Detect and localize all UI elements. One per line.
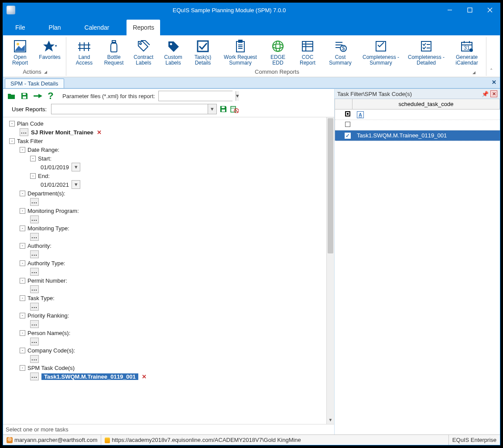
picker-button[interactable]: ... <box>30 268 39 276</box>
document-tab[interactable]: SPM - Task Details <box>5 79 64 88</box>
open-folder-icon[interactable] <box>7 91 16 101</box>
delete-report-icon[interactable] <box>230 105 239 113</box>
run-arrow-icon[interactable] <box>33 91 42 101</box>
minimize-button[interactable] <box>440 3 460 17</box>
scroll-down-icon[interactable]: ▼ <box>327 416 334 424</box>
custom-labels-button[interactable]: Custom Labels <box>161 38 186 67</box>
expander-icon[interactable]: - <box>30 173 36 179</box>
expander-icon[interactable]: - <box>20 348 25 353</box>
expander-icon[interactable]: - <box>20 243 25 249</box>
grid-filter-row[interactable]: A <box>335 109 500 120</box>
picker-button[interactable]: ... <box>30 233 39 241</box>
ribbon: Open Report ▾ Favorites Actions◢ Land Ac… <box>3 35 500 77</box>
svg-point-5 <box>17 43 19 45</box>
ribbon-collapse-button[interactable]: ˄ <box>490 68 496 76</box>
help-icon[interactable]: ? <box>46 91 55 101</box>
bottle-request-button[interactable]: Bottle Request <box>101 38 127 67</box>
parameter-file-input[interactable] <box>159 91 236 101</box>
row-checkbox-checked[interactable]: ✓ <box>345 133 351 139</box>
menu-reports[interactable]: Reports <box>127 20 160 35</box>
save-report-icon[interactable] <box>219 105 227 113</box>
user-reports-combo[interactable]: ▾ <box>51 104 217 114</box>
tasks-details-button[interactable]: Task(s) Details <box>190 38 216 67</box>
picker-button[interactable]: ... <box>20 128 28 136</box>
user-reports-input[interactable] <box>51 104 208 114</box>
svg-rect-1 <box>468 8 472 12</box>
dropdown-icon[interactable]: ▾ <box>208 104 216 114</box>
coc-report-button[interactable]: COC Report <box>295 38 320 67</box>
svg-rect-43 <box>23 96 26 99</box>
open-report-button[interactable]: Open Report <box>7 38 33 67</box>
row-checkbox[interactable] <box>345 122 350 127</box>
parameter-file-combo[interactable]: ▾ <box>158 91 233 101</box>
tree-scrollbar[interactable]: ▼ <box>326 117 334 424</box>
expander-icon[interactable]: - <box>20 313 25 318</box>
picker-button[interactable]: ... <box>30 355 39 363</box>
panel-close-button[interactable]: ✕ <box>490 90 497 97</box>
work-request-summary-button[interactable]: Work Request Summary <box>220 38 261 67</box>
spm-task-value[interactable]: Task1.SWQM.M.Trainee_0119_001 <box>41 373 138 380</box>
status-bar: maryann.parcher@earthsoft.com https://ac… <box>3 434 500 445</box>
grid-column-scheduled-task-code[interactable]: scheduled_task_code <box>352 99 500 109</box>
maximize-button[interactable] <box>460 3 480 17</box>
tags-icon <box>136 39 151 54</box>
grid-row-selected[interactable]: ✓ Task1.SWQM.M.Trainee_0119_001 <box>335 130 500 141</box>
expander-icon[interactable]: - <box>20 365 25 371</box>
clear-value-button[interactable]: ✕ <box>97 129 102 136</box>
expander-icon[interactable]: - <box>20 278 25 284</box>
checklist-icon <box>373 39 388 54</box>
completeness-detailed-button[interactable]: Completeness - Detailed <box>406 38 447 67</box>
workarea: ? Parameter files (*.xml) for this repor… <box>3 89 500 434</box>
app-window: EQuIS Sample Planning Module (SPM) 7.0.0… <box>3 3 500 445</box>
svg-text:$: $ <box>342 45 345 51</box>
expander-icon[interactable]: - <box>20 208 25 214</box>
expander-icon[interactable]: - <box>30 156 36 161</box>
end-date-value[interactable]: 01/01/2021 <box>41 181 69 188</box>
picker-button[interactable]: ... <box>30 285 39 293</box>
save-icon[interactable] <box>20 91 29 101</box>
edge-edd-button[interactable]: EDGE EDD <box>265 38 291 67</box>
expander-icon[interactable]: - <box>20 191 25 196</box>
date-dropdown-button[interactable]: ▾ <box>72 163 80 171</box>
expander-icon[interactable]: - <box>9 138 15 144</box>
checkbox-icon <box>195 39 210 54</box>
cost-summary-button[interactable]: $Cost Summary <box>325 38 356 67</box>
contract-labels-button[interactable]: Contract Labels <box>131 38 156 67</box>
completeness-summary-button[interactable]: Completeness - Summary <box>360 38 401 67</box>
svg-marker-46 <box>38 94 42 98</box>
picker-button[interactable]: ... <box>30 338 39 345</box>
menu-plan[interactable]: Plan <box>43 20 67 35</box>
clear-value-button[interactable]: ✕ <box>142 373 147 380</box>
filter-text-icon[interactable]: A <box>357 111 364 118</box>
picker-button[interactable]: ... <box>30 303 39 311</box>
picker-button[interactable]: ... <box>30 373 39 380</box>
group-launcher-icon[interactable]: ◢ <box>44 70 47 74</box>
expander-icon[interactable]: - <box>20 295 25 301</box>
grid-row-empty[interactable] <box>335 120 500 130</box>
status-user: maryann.parcher@earthsoft.com <box>3 435 101 445</box>
start-date-value[interactable]: 01/01/2019 <box>41 164 69 171</box>
picker-button[interactable]: ... <box>30 320 39 328</box>
generate-icalendar-button[interactable]: 31Generate iCalendar <box>451 38 482 67</box>
group-launcher-icon[interactable]: ◢ <box>472 70 476 75</box>
picker-button[interactable]: ... <box>30 215 39 223</box>
menu-calendar[interactable]: Calendar <box>79 20 116 35</box>
close-button[interactable] <box>480 3 500 17</box>
menu-file[interactable]: File <box>9 20 31 35</box>
expander-icon[interactable]: - <box>20 226 25 231</box>
picker-button[interactable]: ... <box>30 250 39 258</box>
expander-icon[interactable]: - <box>20 330 25 336</box>
dropdown-icon[interactable]: ▾ <box>236 91 239 101</box>
land-access-button[interactable]: Land Access <box>72 38 97 67</box>
ribbon-group-common-label: Common Reports <box>255 68 299 75</box>
filter-checkbox-icon[interactable] <box>345 111 350 116</box>
scrollbar-thumb[interactable] <box>328 118 333 253</box>
picker-button[interactable]: ... <box>30 198 39 206</box>
pin-icon[interactable]: 📌 <box>482 91 489 97</box>
favorites-button[interactable]: ▾ Favorites <box>37 38 62 61</box>
expander-icon[interactable]: - <box>9 121 15 127</box>
tab-close-button[interactable]: ✕ <box>492 79 496 85</box>
expander-icon[interactable]: - <box>20 147 25 153</box>
date-dropdown-button[interactable]: ▾ <box>72 180 80 189</box>
expander-icon[interactable]: - <box>20 260 25 266</box>
